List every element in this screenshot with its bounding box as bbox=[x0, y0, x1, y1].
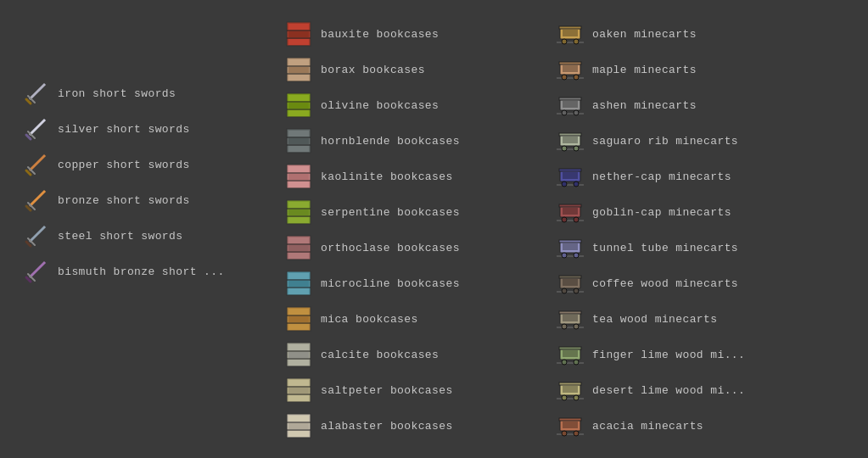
bookcase-item[interactable]: saltpeter bookcases bbox=[280, 373, 518, 407]
svg-rect-162 bbox=[288, 253, 309, 259]
minecart-item[interactable]: acacia minecarts bbox=[552, 409, 806, 443]
bookcase-item[interactable]: kaolinite bookcases bbox=[280, 159, 518, 193]
bookcase-item[interactable]: mica bookcases bbox=[280, 302, 518, 336]
sword-label: bronze short swords bbox=[58, 194, 190, 207]
svg-point-281 bbox=[574, 75, 579, 80]
minecart-icon bbox=[557, 412, 584, 439]
svg-rect-267 bbox=[288, 431, 309, 437]
minecart-item[interactable]: coffee wood minecarts bbox=[552, 266, 806, 300]
svg-rect-35 bbox=[288, 31, 309, 37]
bookcase-icon bbox=[285, 163, 312, 190]
minecart-item[interactable]: nether-cap minecarts bbox=[552, 159, 806, 193]
minecart-icon bbox=[557, 20, 584, 47]
sword-label: bismuth bronze short ... bbox=[58, 265, 225, 278]
minecart-label: finger lime wood mi... bbox=[592, 349, 745, 361]
svg-rect-36 bbox=[288, 39, 309, 45]
minecart-item[interactable]: maple minecarts bbox=[552, 53, 806, 87]
svg-rect-266 bbox=[288, 423, 309, 429]
sword-icon bbox=[22, 187, 49, 214]
minecart-label: desert lime wood mi... bbox=[592, 384, 745, 397]
svg-line-3 bbox=[31, 120, 44, 134]
svg-rect-332 bbox=[559, 383, 581, 385]
sword-item[interactable]: iron short swords bbox=[17, 76, 272, 110]
bookcase-item[interactable]: microcline bookcases bbox=[280, 266, 518, 300]
sword-item[interactable]: copper short swords bbox=[17, 148, 272, 182]
bookcase-item[interactable]: olivine bookcases bbox=[280, 88, 518, 122]
bookcase-item[interactable]: calcite bookcases bbox=[280, 338, 518, 371]
sword-item[interactable]: bronze short swords bbox=[17, 183, 272, 217]
svg-rect-297 bbox=[563, 172, 578, 179]
svg-rect-321 bbox=[563, 315, 578, 321]
bookcase-label: hornblende bookcases bbox=[321, 135, 460, 148]
svg-point-334 bbox=[562, 395, 567, 400]
svg-rect-204 bbox=[288, 324, 309, 330]
svg-rect-265 bbox=[288, 416, 309, 422]
minecart-item[interactable]: tea wood minecarts bbox=[552, 302, 806, 336]
svg-point-274 bbox=[562, 39, 567, 44]
bookcase-icon bbox=[285, 270, 312, 297]
minecart-item[interactable]: finger lime wood mi... bbox=[552, 338, 806, 371]
minecart-item[interactable]: saguaro rib minecarts bbox=[552, 124, 806, 158]
bookcase-label: alabaster bookcases bbox=[321, 420, 453, 433]
svg-line-11 bbox=[26, 206, 31, 210]
svg-point-323 bbox=[574, 324, 579, 329]
sword-item[interactable]: bismuth bronze short ... bbox=[17, 254, 272, 288]
minecart-item[interactable]: desert lime wood mi... bbox=[552, 373, 806, 407]
svg-rect-244 bbox=[288, 380, 309, 386]
bookcase-item[interactable]: alabaster bookcases bbox=[280, 409, 518, 443]
minecart-icon bbox=[557, 377, 584, 404]
svg-line-5 bbox=[26, 135, 31, 139]
svg-line-2 bbox=[26, 99, 31, 103]
svg-rect-225 bbox=[288, 360, 309, 366]
svg-point-280 bbox=[562, 75, 567, 80]
svg-rect-77 bbox=[288, 103, 309, 109]
bookcase-label: bauxite bookcases bbox=[321, 28, 439, 41]
svg-point-310 bbox=[562, 253, 567, 258]
bookcases-column: bauxite bookcasesborax bookcasesolivine … bbox=[280, 17, 518, 443]
svg-rect-182 bbox=[288, 281, 309, 287]
svg-line-12 bbox=[31, 227, 44, 241]
sword-label: iron short swords bbox=[58, 87, 176, 100]
svg-rect-284 bbox=[559, 98, 581, 100]
svg-point-292 bbox=[562, 146, 567, 151]
bookcase-item[interactable]: orthoclase bookcases bbox=[280, 231, 518, 265]
sword-label: steel short swords bbox=[58, 230, 182, 243]
minecart-icon bbox=[557, 92, 584, 119]
bookcase-label: olivine bookcases bbox=[321, 99, 439, 112]
bookcase-item[interactable]: serpentine bookcases bbox=[280, 195, 518, 229]
bookcase-icon bbox=[285, 127, 312, 154]
svg-point-328 bbox=[562, 360, 567, 365]
minecart-icon bbox=[557, 198, 584, 226]
minecart-item[interactable]: goblin-cap minecarts bbox=[552, 195, 806, 229]
svg-rect-302 bbox=[559, 204, 581, 207]
svg-line-6 bbox=[31, 156, 44, 170]
svg-rect-55 bbox=[288, 59, 309, 65]
minecart-label: tunnel tube minecarts bbox=[592, 242, 738, 254]
svg-point-275 bbox=[574, 39, 579, 44]
minecart-icon bbox=[557, 127, 584, 154]
svg-rect-78 bbox=[288, 110, 309, 116]
svg-point-322 bbox=[562, 324, 567, 329]
minecart-item[interactable]: oaken minecarts bbox=[552, 17, 806, 51]
bookcase-icon bbox=[285, 198, 312, 226]
bookcase-item[interactable]: bauxite bookcases bbox=[280, 17, 518, 51]
bookcase-item[interactable]: borax bookcases bbox=[280, 53, 518, 87]
bookcase-label: borax bookcases bbox=[321, 64, 425, 76]
sword-icon bbox=[22, 80, 49, 107]
bookcase-label: saltpeter bookcases bbox=[321, 384, 453, 397]
svg-point-341 bbox=[574, 431, 579, 436]
bookcase-icon bbox=[285, 20, 312, 47]
svg-rect-181 bbox=[288, 273, 309, 279]
svg-point-335 bbox=[574, 395, 579, 400]
bookcase-item[interactable]: hornblende bookcases bbox=[280, 124, 518, 158]
svg-rect-339 bbox=[563, 422, 578, 428]
svg-rect-279 bbox=[563, 65, 578, 72]
svg-rect-34 bbox=[288, 24, 309, 30]
sword-item[interactable]: steel short swords bbox=[17, 219, 272, 253]
minecarts-column: oaken minecartsmaple minecartsashen mine… bbox=[552, 17, 806, 443]
minecart-item[interactable]: tunnel tube minecarts bbox=[552, 231, 806, 265]
svg-rect-161 bbox=[288, 245, 309, 251]
svg-rect-303 bbox=[563, 208, 578, 215]
sword-item[interactable]: silver short swords bbox=[17, 112, 272, 146]
minecart-item[interactable]: ashen minecarts bbox=[552, 88, 806, 122]
